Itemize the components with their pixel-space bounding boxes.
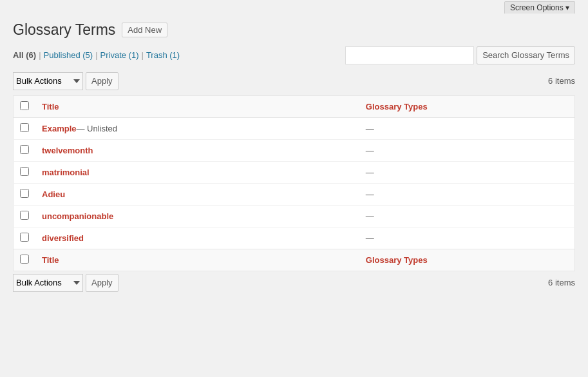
row-3-checkbox-cell	[14, 161, 36, 183]
row-2-checkbox-cell	[14, 139, 36, 161]
table-row: Adieu —	[14, 183, 575, 205]
screen-options-bar: Screen Options	[0, 0, 588, 14]
bulk-actions-left-bottom: Bulk Actions Move to Trash Apply	[13, 274, 119, 292]
bulk-actions-left-top: Bulk Actions Move to Trash Apply	[13, 72, 119, 90]
row-5-checkbox-cell	[14, 205, 36, 227]
select-all-checkbox-top[interactable]	[20, 101, 29, 110]
search-box: Search Glossary Terms	[345, 46, 575, 64]
row-6-glossary-value: —	[366, 233, 374, 243]
table-row: matrimonial —	[14, 161, 575, 183]
search-input[interactable]	[345, 46, 474, 64]
row-2-title-cell: twelvemonth	[35, 139, 359, 161]
row-4-title-cell: Adieu	[35, 183, 359, 205]
row-3-title-cell: matrimonial	[35, 161, 359, 183]
row-1-title-link[interactable]: Example	[42, 124, 76, 133]
col-header-title[interactable]: Title	[35, 95, 359, 117]
row-6-checkbox[interactable]	[20, 233, 29, 242]
bulk-actions-select-top[interactable]: Bulk Actions Move to Trash	[13, 72, 83, 90]
table-row: twelvemonth —	[14, 139, 575, 161]
row-4-checkbox[interactable]	[20, 189, 29, 198]
row-5-glossary-cell: —	[359, 205, 575, 227]
row-1-checkbox[interactable]	[20, 123, 29, 132]
table-row: diversified —	[14, 227, 575, 249]
row-3-glossary-cell: —	[359, 161, 575, 183]
row-3-title-link[interactable]: matrimonial	[42, 168, 90, 177]
row-4-glossary-cell: —	[359, 183, 575, 205]
row-4-title-link[interactable]: Adieu	[42, 189, 65, 199]
col-footer-checkbox	[14, 249, 36, 271]
bulk-actions-select-bottom[interactable]: Bulk Actions Move to Trash	[13, 274, 83, 292]
items-count-bottom: 6 items	[548, 278, 575, 287]
col-footer-glossary-label: Glossary Types	[366, 255, 428, 265]
screen-options-button[interactable]: Screen Options	[504, 1, 575, 14]
row-5-glossary-value: —	[366, 211, 374, 221]
apply-button-bottom[interactable]: Apply	[86, 274, 119, 292]
col-footer-title[interactable]: Title	[35, 249, 359, 271]
row-1-unlisted: — Unlisted	[76, 124, 117, 133]
row-1-glossary-cell: —	[359, 117, 575, 139]
main-content: Glossary Terms Add New All (6) | Publish…	[0, 14, 588, 310]
filter-link-trash[interactable]: Trash (1)	[146, 50, 180, 60]
row-3-glossary-value: —	[366, 168, 374, 177]
bulk-actions-bar-bottom: Bulk Actions Move to Trash Apply 6 items	[13, 271, 575, 295]
items-count-top: 6 items	[548, 76, 575, 86]
row-1-title-cell: Example— Unlisted	[35, 117, 359, 139]
filter-links: All (6) | Published (5) | Private (1) | …	[13, 50, 180, 60]
row-2-checkbox[interactable]	[20, 145, 29, 154]
filter-row: All (6) | Published (5) | Private (1) | …	[13, 46, 575, 64]
row-5-title-cell: uncompanionable	[35, 205, 359, 227]
table-body: Example— Unlisted — twelvemonth —	[14, 117, 575, 249]
filter-link-private[interactable]: Private (1)	[100, 50, 139, 60]
row-4-checkbox-cell	[14, 183, 36, 205]
table-head: Title Glossary Types	[14, 95, 575, 117]
add-new-button[interactable]: Add New	[122, 23, 167, 37]
col-header-glossary-types[interactable]: Glossary Types	[359, 95, 575, 117]
row-2-glossary-cell: —	[359, 139, 575, 161]
glossary-table: Title Glossary Types Example— Unlisted	[13, 95, 575, 271]
row-6-checkbox-cell	[14, 227, 36, 249]
select-all-checkbox-bottom[interactable]	[20, 255, 29, 264]
page-wrapper: Screen Options Glossary Terms Add New Al…	[0, 0, 588, 377]
row-2-glossary-value: —	[366, 146, 374, 155]
page-title-row: Glossary Terms Add New	[13, 21, 575, 40]
row-6-title-cell: diversified	[35, 227, 359, 249]
filter-link-all[interactable]: All (6)	[13, 50, 36, 60]
row-6-title-link[interactable]: diversified	[42, 233, 84, 243]
sep-1: |	[39, 50, 41, 60]
table-foot: Title Glossary Types	[14, 249, 575, 271]
filter-link-published[interactable]: Published (5)	[44, 50, 93, 60]
row-6-glossary-cell: —	[359, 227, 575, 249]
apply-button-top[interactable]: Apply	[86, 72, 119, 90]
col-glossary-types-label: Glossary Types	[366, 102, 428, 111]
row-1-checkbox-cell	[14, 117, 36, 139]
table-footer-row: Title Glossary Types	[14, 249, 575, 271]
search-button[interactable]: Search Glossary Terms	[477, 46, 575, 64]
table-row: uncompanionable —	[14, 205, 575, 227]
page-title: Glossary Terms	[13, 21, 115, 40]
bulk-actions-bar-top: Bulk Actions Move to Trash Apply 6 items	[13, 70, 575, 93]
row-1-glossary-value: —	[366, 124, 374, 133]
row-3-checkbox[interactable]	[20, 167, 29, 176]
col-footer-title-label: Title	[42, 255, 59, 265]
table-header-row: Title Glossary Types	[14, 95, 575, 117]
sep-2: |	[95, 50, 97, 60]
row-4-glossary-value: —	[366, 189, 374, 199]
col-title-label: Title	[42, 102, 59, 111]
col-header-checkbox	[14, 95, 36, 117]
row-5-title-link[interactable]: uncompanionable	[42, 211, 113, 221]
table-row: Example— Unlisted —	[14, 117, 575, 139]
row-2-title-link[interactable]: twelvemonth	[42, 146, 93, 155]
row-5-checkbox[interactable]	[20, 211, 29, 220]
sep-3: |	[141, 50, 143, 60]
col-footer-glossary-types[interactable]: Glossary Types	[359, 249, 575, 271]
